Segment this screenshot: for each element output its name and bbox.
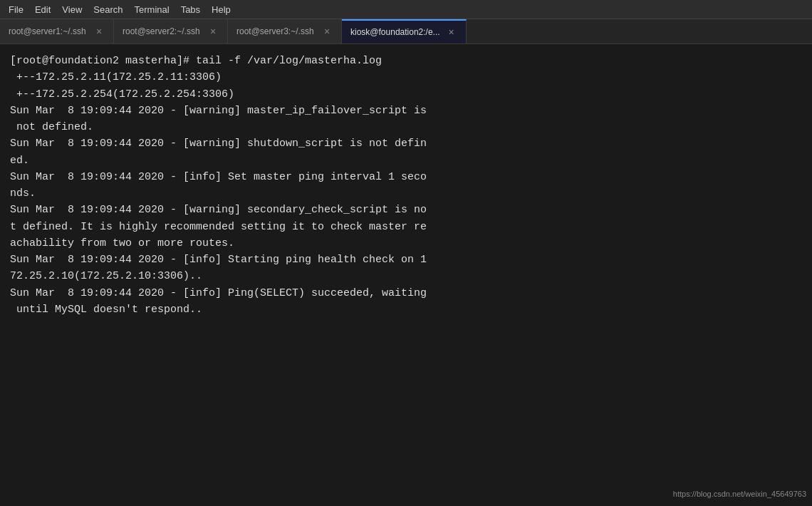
tab-server3-label: root@server3:~/.ssh	[236, 26, 316, 36]
terminal-output: [root@foundation2 masterha]# tail -f /va…	[10, 53, 802, 318]
terminal-line: +--172.25.2.254(172.25.2.254:3306)	[10, 86, 802, 103]
menu-tabs[interactable]: Tabs	[175, 3, 206, 16]
tab-server3[interactable]: root@server3:~/.ssh ×	[228, 19, 342, 43]
terminal-line: +--172.25.2.11(172.25.2.11:3306)	[10, 69, 802, 86]
tab-server1-label: root@server1:~/.ssh	[9, 26, 88, 36]
terminal-line: nds.	[10, 185, 802, 202]
terminal-line: Sun Mar 8 19:09:44 2020 - [info] Startin…	[10, 252, 802, 268]
menu-terminal[interactable]: Terminal	[129, 3, 175, 16]
tab-server2-label: root@server2:~/.ssh	[123, 26, 202, 36]
tab-foundation2-close[interactable]: ×	[446, 26, 457, 38]
menu-search[interactable]: Search	[88, 3, 128, 16]
terminal-line: Sun Mar 8 19:09:44 2020 - [info] Set mas…	[10, 169, 802, 185]
tab-server2[interactable]: root@server2:~/.ssh ×	[114, 19, 228, 43]
terminal-line: Sun Mar 8 19:09:44 2020 - [info] Ping(SE…	[10, 285, 802, 301]
tab-foundation2[interactable]: kiosk@foundation2:/e... ×	[342, 19, 467, 43]
tab-foundation2-label: kiosk@foundation2:/e...	[350, 27, 440, 37]
terminal-line: ed.	[10, 153, 802, 169]
tab-server1[interactable]: root@server1:~/.ssh ×	[0, 19, 114, 43]
tab-server2-close[interactable]: ×	[207, 26, 219, 37]
terminal-line: Sun Mar 8 19:09:44 2020 - [warning] seco…	[10, 202, 802, 218]
menu-file[interactable]: File	[3, 3, 29, 16]
tabbar: root@server1:~/.ssh × root@server2:~/.ss…	[0, 19, 812, 44]
watermark: https://blog.csdn.net/weixin_45649763	[673, 488, 806, 500]
terminal-line: Sun Mar 8 19:09:44 2020 - [warning] mast…	[10, 103, 802, 119]
tab-server3-close[interactable]: ×	[321, 26, 333, 37]
terminal-line: Sun Mar 8 19:09:44 2020 - [warning] shut…	[10, 135, 802, 152]
tab-server1-close[interactable]: ×	[93, 26, 105, 37]
terminal-line: achability from two or more routes.	[10, 235, 802, 252]
menu-edit[interactable]: Edit	[29, 3, 56, 16]
terminal-line: until MySQL doesn't respond..	[10, 301, 802, 318]
menu-help[interactable]: Help	[206, 3, 236, 16]
terminal-line: [root@foundation2 masterha]# tail -f /va…	[10, 53, 802, 69]
menu-view[interactable]: View	[56, 3, 88, 16]
terminal-line: not defined.	[10, 119, 802, 135]
terminal-content[interactable]: [root@foundation2 masterha]# tail -f /va…	[0, 44, 812, 506]
terminal-line: t defined. It is highly recommended sett…	[10, 219, 802, 235]
terminal-line: 72.25.2.10(172.25.2.10:3306)..	[10, 268, 802, 284]
menubar: File Edit View Search Terminal Tabs Help	[0, 0, 812, 19]
